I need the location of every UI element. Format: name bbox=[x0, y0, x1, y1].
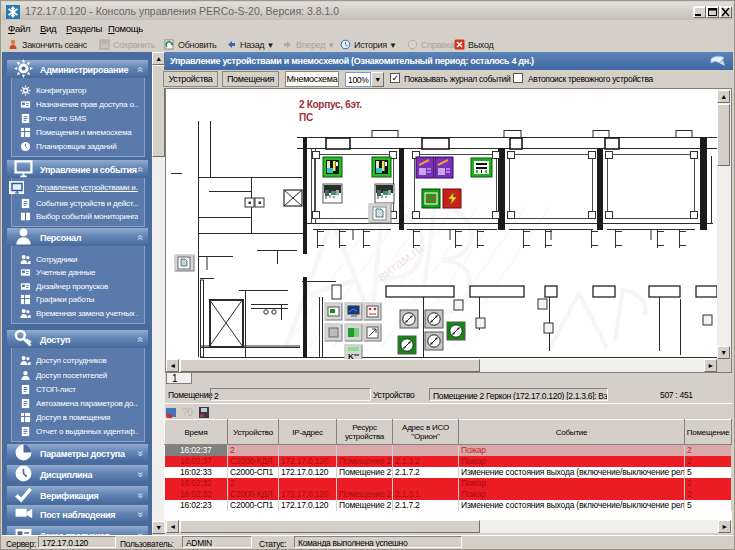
svg-text:ПС: ПС bbox=[299, 112, 313, 123]
svg-text:2 Корпус, 6эт.: 2 Корпус, 6эт. bbox=[299, 99, 362, 110]
svg-text:?0: ?0 bbox=[182, 407, 193, 418]
